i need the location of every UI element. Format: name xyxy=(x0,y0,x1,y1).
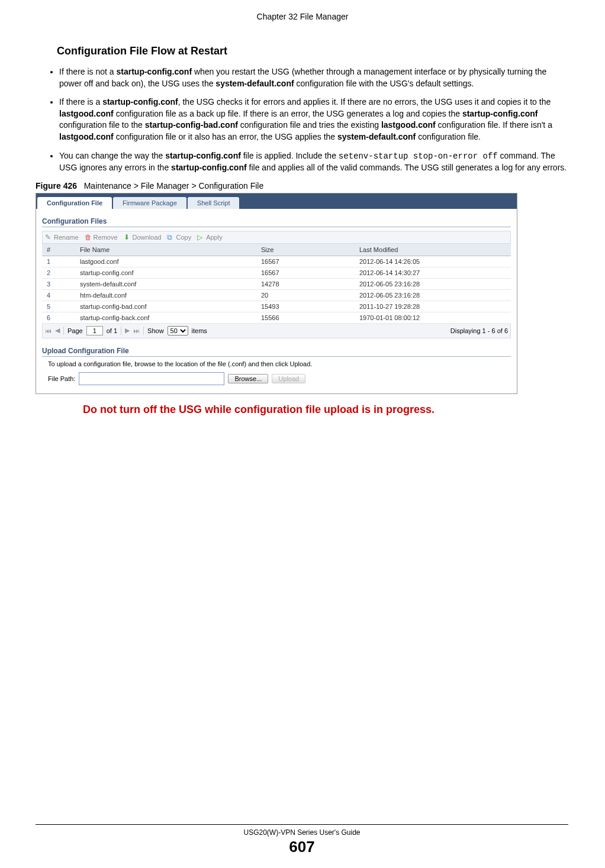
text-bold: startup-config.conf xyxy=(102,97,178,107)
text-bold: lastgood.conf xyxy=(59,109,114,118)
table-cell: startup-config-back.conf xyxy=(75,312,256,323)
last-page-icon[interactable]: ⏭ xyxy=(133,327,140,334)
text: file is applied. Include the xyxy=(241,151,339,160)
text: If there is a xyxy=(59,97,102,107)
table-cell: 2012-06-05 23:16:28 xyxy=(355,289,511,301)
table-cell: 1970-01-01 08:00:12 xyxy=(355,312,511,323)
table-row[interactable]: 2startup-config.conf165672012-06-14 14:3… xyxy=(42,267,511,278)
text: , the USG checks it for errors and appli… xyxy=(178,97,551,107)
table-row[interactable]: 3system-default.conf142782012-06-05 23:1… xyxy=(42,278,511,289)
tab-configuration-file[interactable]: Configuration File xyxy=(37,197,112,209)
table-row[interactable]: 6startup-config-back.conf155661970-01-01… xyxy=(42,312,511,323)
table-cell: 15493 xyxy=(256,301,355,312)
text-bold: startup-config.conf xyxy=(171,163,247,172)
rename-icon: ✎ xyxy=(45,234,52,241)
paging-bar: ⏮ ◀ Page of 1 ▶ ⏭ Show 50 items Displayi… xyxy=(42,324,511,338)
tab-firmware-package[interactable]: Firmware Package xyxy=(113,197,186,209)
text-bold: system-default.conf xyxy=(337,132,416,141)
table-cell: 16567 xyxy=(256,256,355,267)
table-row[interactable]: 4htm-default.conf202012-06-05 23:16:28 xyxy=(42,289,511,301)
figure-caption: Figure 426 Maintenance > File Manager > … xyxy=(36,181,569,191)
table-row[interactable]: 5startup-config-bad.conf154932011-10-27 … xyxy=(42,301,511,312)
copy-label: Copy xyxy=(176,234,191,241)
table-cell: 14278 xyxy=(256,278,355,289)
first-page-icon[interactable]: ⏮ xyxy=(45,327,52,334)
rename-button[interactable]: ✎Rename xyxy=(45,234,79,241)
table-cell: 3 xyxy=(42,278,75,289)
text-bold: lastgood.conf xyxy=(59,132,114,141)
rename-label: Rename xyxy=(54,234,79,241)
text-bold: startup-config.conf xyxy=(462,109,538,118)
chapter-heading: Chapter 32 File Manager xyxy=(36,12,569,21)
table-cell: 2011-10-27 19:28:28 xyxy=(355,301,511,312)
show-label: Show xyxy=(147,327,164,334)
text: configuration file. xyxy=(416,132,481,141)
text: If there is not a xyxy=(59,67,117,76)
text-bold: lastgood.conf xyxy=(381,120,436,130)
table-cell: 5 xyxy=(42,301,75,312)
page-input[interactable] xyxy=(86,326,103,335)
download-label: Download xyxy=(133,234,162,241)
table-row[interactable]: 1lastgood.conf165672012-06-14 14:26:05 xyxy=(42,256,511,267)
col-number[interactable]: # xyxy=(42,244,75,256)
table-cell: startup-config.conf xyxy=(75,267,256,278)
file-path-label: File Path: xyxy=(48,375,75,382)
table-cell: 2012-06-14 14:30:27 xyxy=(355,267,511,278)
table-cell: 16567 xyxy=(256,267,355,278)
config-files-table: # File Name Size Last Modified 1lastgood… xyxy=(42,244,511,324)
toolbar: ✎Rename 🗑Remove ⬇Download ⧉Copy ▷Apply xyxy=(42,231,511,244)
table-cell: htm-default.conf xyxy=(75,289,256,301)
text-bold: system-default.conf xyxy=(215,79,294,88)
download-button[interactable]: ⬇Download xyxy=(124,234,162,241)
table-cell: 2012-06-05 23:16:28 xyxy=(355,278,511,289)
table-cell: 20 xyxy=(256,289,355,301)
table-cell: system-default.conf xyxy=(75,278,256,289)
table-cell: 6 xyxy=(42,312,75,323)
file-path-input[interactable] xyxy=(79,372,224,385)
figure-screenshot: Configuration File Firmware Package Shel… xyxy=(36,193,517,394)
apply-icon: ▷ xyxy=(197,234,204,241)
section-title: Configuration File Flow at Restart xyxy=(57,45,569,57)
copy-icon: ⧉ xyxy=(167,234,174,241)
remove-label: Remove xyxy=(94,234,118,241)
figure-label: Figure 426 xyxy=(36,181,77,191)
upload-instructions: To upload a configuration file, browse t… xyxy=(48,360,511,367)
page-label: Page xyxy=(67,327,83,334)
text: file and applies all of the valid comman… xyxy=(247,163,567,172)
col-last-modified[interactable]: Last Modified xyxy=(355,244,511,256)
apply-button[interactable]: ▷Apply xyxy=(197,234,223,241)
table-cell: 2 xyxy=(42,267,75,278)
section-upload: Upload Configuration File xyxy=(42,347,511,357)
figure-caption-text: Maintenance > File Manager > Configurati… xyxy=(84,181,264,191)
displaying-text: Displaying 1 - 6 of 6 xyxy=(450,327,508,334)
bullet-1: If there is not a startup-config.conf wh… xyxy=(59,66,569,89)
table-cell: 1 xyxy=(42,256,75,267)
text-bold: startup-config-bad.conf xyxy=(145,120,238,130)
text: You can change the way the xyxy=(59,151,165,160)
remove-button[interactable]: 🗑Remove xyxy=(85,234,118,241)
next-page-icon[interactable]: ▶ xyxy=(125,327,130,334)
col-filename[interactable]: File Name xyxy=(75,244,256,256)
col-size[interactable]: Size xyxy=(256,244,355,256)
show-select[interactable]: 50 xyxy=(168,326,188,335)
section-configuration-files: Configuration Files xyxy=(42,217,511,227)
code: setenv-startup stop-on-error off xyxy=(339,151,498,161)
text: configuration file and tries the existin… xyxy=(238,120,381,130)
table-cell: 15566 xyxy=(256,312,355,323)
prev-page-icon[interactable]: ◀ xyxy=(55,327,60,334)
text: configuration file to the xyxy=(59,120,145,130)
download-icon: ⬇ xyxy=(124,234,131,241)
table-cell: lastgood.conf xyxy=(75,256,256,267)
text: configuration file. If there isn't a xyxy=(436,120,552,130)
bullet-3: You can change the way the startup-confi… xyxy=(59,150,569,174)
text-bold: startup-config.conf xyxy=(165,151,241,160)
page-of: of 1 xyxy=(107,327,117,334)
browse-button[interactable]: Browse... xyxy=(228,374,268,383)
apply-label: Apply xyxy=(206,234,223,241)
tab-shell-script[interactable]: Shell Script xyxy=(188,197,240,209)
upload-button[interactable]: Upload xyxy=(272,374,305,383)
bullet-2: If there is a startup-config.conf, the U… xyxy=(59,96,569,143)
warning-text: Do not turn off the USG while configurat… xyxy=(83,404,569,416)
text: configuration file as a back up file. If… xyxy=(114,109,462,118)
copy-button[interactable]: ⧉Copy xyxy=(167,234,191,241)
